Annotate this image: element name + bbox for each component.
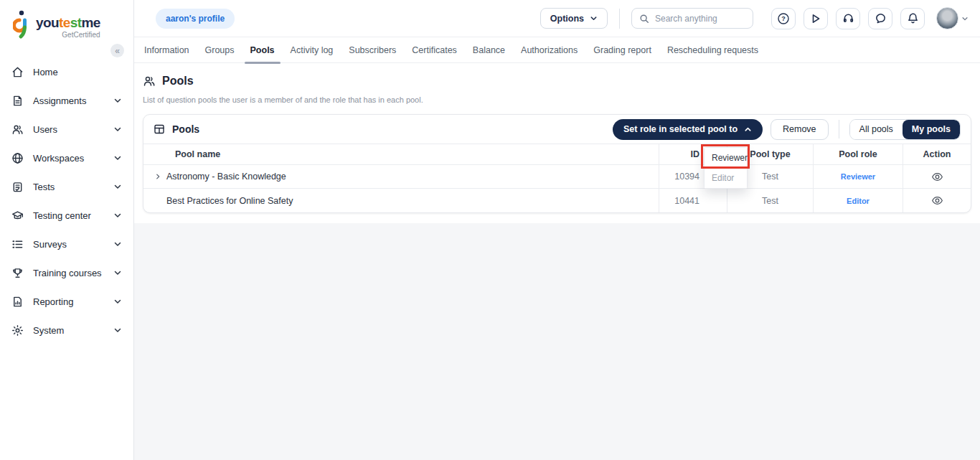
sidebar: youtestme GetCertified « Home Assignment… xyxy=(0,0,134,460)
tab-information[interactable]: Information xyxy=(136,37,197,63)
sidebar-item-testing-center[interactable]: Testing center xyxy=(0,201,133,230)
logo-tagline: GetCertified xyxy=(62,31,100,39)
tab-authorizations[interactable]: Authorizations xyxy=(513,37,585,63)
sidebar-item-label: System xyxy=(33,325,104,336)
expand-row-icon[interactable] xyxy=(152,173,164,180)
chevron-down-icon xyxy=(113,211,122,220)
options-button[interactable]: Options xyxy=(540,8,608,29)
tab-pools[interactable]: Pools xyxy=(242,37,283,63)
app-root: youtestme GetCertified « Home Assignment… xyxy=(0,0,980,460)
avatar xyxy=(936,7,958,29)
sidebar-item-label: Surveys xyxy=(33,239,104,250)
actions-divider xyxy=(839,120,839,139)
page-head: Pools xyxy=(143,75,971,88)
tab-balance[interactable]: Balance xyxy=(465,37,513,63)
youtestme-logo: youtestme GetCertified xyxy=(0,0,133,47)
tab-activity-log[interactable]: Activity log xyxy=(283,37,341,63)
sidebar-item-training-courses[interactable]: Training courses xyxy=(0,258,133,287)
remove-button[interactable]: Remove xyxy=(771,119,829,140)
sidebar-item-tests[interactable]: Tests xyxy=(0,172,133,201)
tab-certificates[interactable]: Certificates xyxy=(404,37,465,63)
sidebar-item-workspaces[interactable]: Workspaces xyxy=(0,144,133,172)
tab-rescheduling-requests[interactable]: Rescheduling requests xyxy=(659,37,766,63)
sidebar-item-surveys[interactable]: Surveys xyxy=(0,230,133,258)
pools-table: Pool name ID Pool type Pool role Action … xyxy=(143,144,971,212)
page-background-filler xyxy=(134,223,980,460)
help-button[interactable]: ? xyxy=(771,8,796,29)
chevron-down-icon xyxy=(113,182,122,191)
chevron-down-icon xyxy=(113,326,122,334)
pool-role-link[interactable]: Editor xyxy=(847,197,870,205)
search-input[interactable] xyxy=(655,14,741,24)
home-icon xyxy=(11,66,24,78)
chevron-down-icon xyxy=(113,125,122,133)
chat-button[interactable] xyxy=(868,8,892,29)
graduation-cap-icon xyxy=(11,210,24,222)
notifications-button[interactable] xyxy=(900,8,925,29)
column-header-pool-name[interactable]: Pool name xyxy=(143,144,659,164)
headphones-icon xyxy=(842,12,854,24)
chat-bubble-icon xyxy=(875,12,887,24)
tab-groups[interactable]: Groups xyxy=(197,37,242,63)
tutorials-button[interactable] xyxy=(804,8,828,29)
search-icon xyxy=(639,14,649,24)
svg-text:?: ? xyxy=(781,15,786,22)
profile-tabs: Information Groups Pools Activity log Su… xyxy=(134,37,980,63)
column-header-pool-role[interactable]: Pool role xyxy=(813,144,903,164)
pool-id: 10441 xyxy=(659,189,727,212)
topbar-divider xyxy=(619,9,620,29)
user-menu[interactable] xyxy=(936,7,969,29)
sidebar-item-label: Home xyxy=(33,67,122,78)
clipboard-icon xyxy=(11,181,24,193)
help-icon: ? xyxy=(777,12,790,25)
set-role-button[interactable]: Set role in selected pool to xyxy=(613,119,763,140)
view-pool-button[interactable] xyxy=(931,194,943,207)
page-title: Pools xyxy=(162,75,194,88)
pool-role-link[interactable]: Reviewer xyxy=(841,172,875,181)
chevron-down-icon xyxy=(590,14,598,22)
chevron-down-icon xyxy=(113,96,122,105)
sidebar-item-label: Workspaces xyxy=(33,153,104,164)
trophy-icon xyxy=(11,267,24,279)
report-icon xyxy=(11,296,24,308)
main-area: aaron's profile Options ? xyxy=(134,0,980,460)
column-header-action[interactable]: Action xyxy=(903,144,971,164)
sidebar-item-system[interactable]: System xyxy=(0,316,133,344)
gear-icon xyxy=(11,324,24,337)
globe-icon xyxy=(11,152,24,164)
breadcrumb-profile-chip[interactable]: aaron's profile xyxy=(156,9,235,29)
sidebar-item-users[interactable]: Users xyxy=(0,115,133,144)
all-pools-toggle[interactable]: All pools xyxy=(850,120,903,139)
chevron-down-icon xyxy=(113,154,122,162)
chevron-down-icon xyxy=(113,268,122,277)
pool-name: Best Practices for Online Safety xyxy=(166,196,293,206)
my-pools-toggle[interactable]: My pools xyxy=(903,120,960,139)
support-button[interactable] xyxy=(836,8,860,29)
eye-icon xyxy=(931,194,943,207)
pools-filter-toggle: All pools My pools xyxy=(849,119,961,140)
table-row[interactable]: Best Practices for Online Safety 10441 T… xyxy=(143,189,971,212)
content: Pools List of question pools the user is… xyxy=(134,63,980,216)
sidebar-nav: Home Assignments Users Workspaces Tests xyxy=(0,47,133,344)
tab-subscribers[interactable]: Subscribers xyxy=(341,37,404,63)
topbar: aaron's profile Options ? xyxy=(134,0,980,37)
pool-type: Test xyxy=(727,189,813,212)
sidebar-item-assignments[interactable]: Assignments xyxy=(0,86,133,115)
sidebar-collapse-button[interactable]: « xyxy=(110,44,124,57)
table-row[interactable]: Astronomy - Basic Knowledge 10394 Test R… xyxy=(143,165,971,189)
sidebar-item-label: Training courses xyxy=(33,268,104,278)
users-icon xyxy=(11,123,24,136)
role-option-editor[interactable]: Editor xyxy=(705,168,747,188)
eye-icon xyxy=(931,171,943,183)
tab-grading-report[interactable]: Grading report xyxy=(585,37,659,63)
people-icon xyxy=(143,75,156,88)
global-search[interactable] xyxy=(631,8,753,29)
sidebar-item-label: Assignments xyxy=(33,95,104,106)
view-pool-button[interactable] xyxy=(931,171,943,183)
sidebar-item-label: Reporting xyxy=(33,296,104,307)
sidebar-item-home[interactable]: Home xyxy=(0,57,133,86)
pools-card-actions: Set role in selected pool to Remove All … xyxy=(613,119,961,140)
list-icon xyxy=(11,238,24,250)
sidebar-item-reporting[interactable]: Reporting xyxy=(0,287,133,316)
role-option-reviewer[interactable]: Reviewer xyxy=(705,148,747,168)
